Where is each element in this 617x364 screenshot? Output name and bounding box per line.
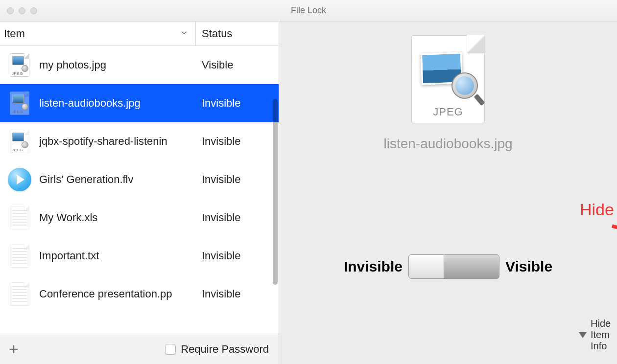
column-header-item[interactable]: Item	[0, 22, 196, 46]
toggle-label-invisible: Invisible	[344, 258, 403, 275]
toggle-knob	[409, 255, 444, 278]
file-icon: JPEG	[10, 130, 29, 153]
visibility-toggle-row: Invisible Visible	[279, 254, 617, 279]
column-header-status-label: Status	[202, 27, 232, 40]
annotation-hide-label: Hide	[580, 200, 614, 219]
scrollbar[interactable]	[273, 99, 278, 285]
column-header-item-label: Item	[4, 27, 25, 40]
file-icon	[10, 206, 29, 229]
file-name: Girls' Generation.flv	[39, 173, 196, 186]
file-icon: JPEG	[10, 91, 29, 115]
file-icon	[10, 282, 29, 306]
table-row[interactable]: My Work.xlsInvisible	[0, 199, 279, 237]
detail-pane: JPEG listen-audiobooks.jpg Invisible Vis…	[279, 22, 617, 364]
file-status: Visible	[196, 59, 279, 71]
file-name: My Work.xls	[39, 211, 196, 224]
file-name: jqbx-spotify-shared-listenin	[39, 135, 196, 148]
minimize-window-button[interactable]	[19, 7, 25, 14]
table-row[interactable]: JPEGjqbx-spotify-shared-listeninInvisibl…	[0, 122, 279, 160]
file-list-pane: Item Status JPEGmy photos.jpgVisibleJPEG…	[0, 22, 279, 364]
window-title: File Lock	[0, 5, 617, 16]
video-icon	[8, 168, 31, 191]
file-status: Invisible	[196, 250, 279, 262]
file-status: Invisible	[196, 135, 279, 148]
titlebar: File Lock	[0, 0, 617, 22]
detail-filename: listen-audiobooks.jpg	[383, 136, 512, 152]
file-status: Invisible	[196, 97, 279, 110]
close-window-button[interactable]	[7, 7, 14, 14]
list-footer: + Require Password	[0, 334, 279, 364]
window-controls	[7, 7, 37, 14]
zoom-window-button[interactable]	[30, 7, 37, 14]
file-name: Important.txt	[39, 250, 196, 262]
file-status: Invisible	[196, 211, 279, 224]
file-status: Invisible	[196, 173, 279, 186]
chevron-down-icon	[180, 28, 189, 37]
add-button[interactable]: +	[0, 336, 27, 363]
disclosure-triangle-icon	[579, 332, 587, 338]
table-row[interactable]: JPEGlisten-audiobooks.jpgInvisible	[0, 84, 279, 122]
require-password-option[interactable]: Require Password	[165, 343, 279, 356]
hide-item-info-disclosure[interactable]: Hide Item Info	[579, 318, 617, 352]
disclosure-label: Hide Item Info	[591, 318, 617, 352]
file-preview-icon: JPEG	[411, 35, 485, 123]
table-row[interactable]: Conference presentation.ppInvisible	[0, 275, 279, 313]
file-name: listen-audiobooks.jpg	[39, 97, 196, 110]
file-icon	[10, 244, 29, 268]
file-status: Invisible	[196, 288, 279, 300]
file-list[interactable]: JPEGmy photos.jpgVisibleJPEGlisten-audio…	[0, 46, 279, 334]
table-row[interactable]: JPEGmy photos.jpgVisible	[0, 46, 279, 84]
column-headers: Item Status	[0, 22, 279, 46]
file-type-caption: JPEG	[411, 106, 485, 118]
app-window: File Lock Item Status JPEGmy photos.jpgV…	[0, 0, 617, 364]
require-password-checkbox[interactable]	[165, 344, 176, 355]
file-name: my photos.jpg	[39, 59, 196, 71]
toggle-label-visible: Visible	[505, 258, 552, 275]
column-header-status[interactable]: Status	[196, 22, 279, 46]
window-body: Item Status JPEGmy photos.jpgVisibleJPEG…	[0, 22, 617, 364]
require-password-label: Require Password	[181, 343, 269, 356]
file-icon: JPEG	[10, 53, 29, 77]
file-name: Conference presentation.pp	[39, 288, 196, 300]
table-row[interactable]: Girls' Generation.flvInvisible	[0, 160, 279, 199]
table-row[interactable]: Important.txtInvisible	[0, 237, 279, 275]
visibility-toggle[interactable]	[408, 254, 499, 279]
